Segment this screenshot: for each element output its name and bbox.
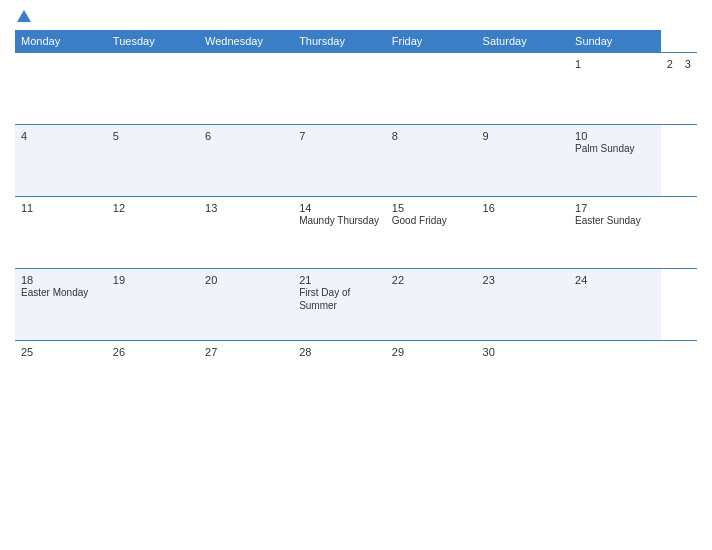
calendar-cell: 26 xyxy=(107,341,199,413)
calendar-cell: 3 xyxy=(679,53,697,125)
calendar-cell: 27 xyxy=(199,341,293,413)
weekday-header-saturday: Saturday xyxy=(477,30,569,53)
calendar-cell: 29 xyxy=(386,341,477,413)
calendar-cell: 9 xyxy=(477,125,569,197)
weekday-header-friday: Friday xyxy=(386,30,477,53)
week-row-3: 11121314Maundy Thursday15Good Friday1617… xyxy=(15,197,697,269)
day-number: 26 xyxy=(113,346,193,358)
calendar-cell: 2 xyxy=(661,53,679,125)
weekday-header-wednesday: Wednesday xyxy=(199,30,293,53)
calendar-cell xyxy=(477,53,569,125)
day-number: 28 xyxy=(299,346,380,358)
calendar-cell: 4 xyxy=(15,125,107,197)
week-row-4: 18Easter Monday192021First Day of Summer… xyxy=(15,269,697,341)
day-number: 3 xyxy=(685,58,691,70)
calendar-cell: 7 xyxy=(293,125,386,197)
day-number: 7 xyxy=(299,130,380,142)
week-row-5: 252627282930 xyxy=(15,341,697,413)
weekday-header-tuesday: Tuesday xyxy=(107,30,199,53)
calendar-cell: 15Good Friday xyxy=(386,197,477,269)
event-label: Good Friday xyxy=(392,215,447,226)
day-number: 4 xyxy=(21,130,101,142)
calendar-cell: 23 xyxy=(477,269,569,341)
event-label: First Day of Summer xyxy=(299,287,350,311)
event-label: Easter Monday xyxy=(21,287,88,298)
calendar-cell: 10Palm Sunday xyxy=(569,125,661,197)
day-number: 23 xyxy=(483,274,563,286)
calendar-cell xyxy=(569,341,661,413)
day-number: 9 xyxy=(483,130,563,142)
calendar-cell xyxy=(15,53,107,125)
day-number: 22 xyxy=(392,274,471,286)
week-row-2: 45678910Palm Sunday xyxy=(15,125,697,197)
event-label: Maundy Thursday xyxy=(299,215,379,226)
calendar-cell: 28 xyxy=(293,341,386,413)
calendar-cell: 21First Day of Summer xyxy=(293,269,386,341)
day-number: 14 xyxy=(299,202,380,214)
day-number: 13 xyxy=(205,202,287,214)
calendar-cell: 8 xyxy=(386,125,477,197)
logo-triangle-icon xyxy=(17,10,31,22)
header xyxy=(15,10,697,22)
day-number: 24 xyxy=(575,274,655,286)
calendar-cell: 30 xyxy=(477,341,569,413)
calendar-cell: 16 xyxy=(477,197,569,269)
calendar-cell: 17Easter Sunday xyxy=(569,197,661,269)
day-number: 8 xyxy=(392,130,471,142)
calendar-cell: 5 xyxy=(107,125,199,197)
day-number: 16 xyxy=(483,202,563,214)
weekday-header-row: MondayTuesdayWednesdayThursdayFridaySatu… xyxy=(15,30,697,53)
calendar-cell xyxy=(107,53,199,125)
day-number: 1 xyxy=(575,58,655,70)
day-number: 10 xyxy=(575,130,655,142)
day-number: 15 xyxy=(392,202,471,214)
calendar-cell: 18Easter Monday xyxy=(15,269,107,341)
day-number: 6 xyxy=(205,130,287,142)
calendar-table: MondayTuesdayWednesdayThursdayFridaySatu… xyxy=(15,30,697,413)
event-label: Easter Sunday xyxy=(575,215,641,226)
calendar-cell: 25 xyxy=(15,341,107,413)
calendar-cell: 12 xyxy=(107,197,199,269)
logo xyxy=(15,10,33,22)
day-number: 2 xyxy=(667,58,673,70)
calendar-cell: 20 xyxy=(199,269,293,341)
day-number: 5 xyxy=(113,130,193,142)
day-number: 25 xyxy=(21,346,101,358)
calendar-cell: 14Maundy Thursday xyxy=(293,197,386,269)
day-number: 30 xyxy=(483,346,563,358)
day-number: 27 xyxy=(205,346,287,358)
day-number: 21 xyxy=(299,274,380,286)
calendar-cell: 13 xyxy=(199,197,293,269)
calendar-cell: 6 xyxy=(199,125,293,197)
weekday-header-sunday: Sunday xyxy=(569,30,661,53)
day-number: 20 xyxy=(205,274,287,286)
day-number: 29 xyxy=(392,346,471,358)
week-row-1: 123 xyxy=(15,53,697,125)
day-number: 17 xyxy=(575,202,655,214)
day-number: 18 xyxy=(21,274,101,286)
day-number: 12 xyxy=(113,202,193,214)
weekday-header-thursday: Thursday xyxy=(293,30,386,53)
calendar-cell: 19 xyxy=(107,269,199,341)
calendar-page: MondayTuesdayWednesdayThursdayFridaySatu… xyxy=(0,0,712,550)
calendar-cell xyxy=(293,53,386,125)
calendar-cell: 1 xyxy=(569,53,661,125)
calendar-cell: 24 xyxy=(569,269,661,341)
calendar-cell xyxy=(199,53,293,125)
event-label: Palm Sunday xyxy=(575,143,634,154)
calendar-cell: 11 xyxy=(15,197,107,269)
weekday-header-monday: Monday xyxy=(15,30,107,53)
day-number: 19 xyxy=(113,274,193,286)
calendar-cell: 22 xyxy=(386,269,477,341)
calendar-cell xyxy=(386,53,477,125)
day-number: 11 xyxy=(21,202,101,214)
